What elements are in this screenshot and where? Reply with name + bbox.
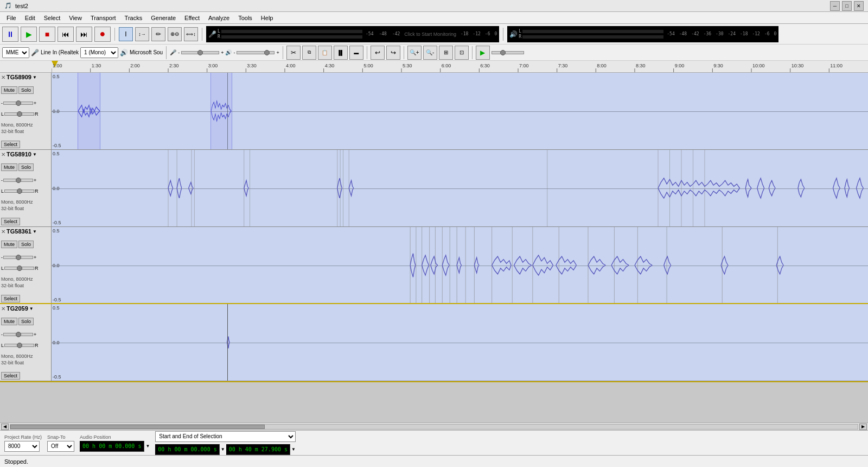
track-dropdown-tg58910[interactable]: ▼ — [33, 152, 37, 157]
select-tool-button[interactable]: I — [119, 27, 133, 41]
solo-button-tg58910[interactable]: Solo — [18, 163, 34, 171]
input-vu-meter-r — [221, 35, 362, 39]
project-rate-select[interactable]: 8000 — [4, 441, 40, 452]
selection-end-dropdown-arrow[interactable]: ▼ — [291, 447, 296, 452]
mute-button-tg58361[interactable]: Mute — [1, 241, 17, 248]
multitool-button[interactable]: ⟺↕ — [184, 27, 198, 41]
pan-slider-tg58909[interactable] — [4, 112, 34, 116]
zoom-in-button[interactable]: 🔍+ — [407, 46, 422, 60]
monitoring-label[interactable]: Click to Start Monitoring — [401, 31, 459, 37]
menu-edit[interactable]: Edit — [21, 14, 40, 22]
audio-position-value: 00 h 00 m 00.000 s — [82, 443, 141, 449]
track-dropdown-tg58909[interactable]: ▼ — [33, 75, 37, 80]
output-vol-slider[interactable] — [237, 51, 275, 54]
waveform-svg-tg58909-1 — [78, 73, 100, 149]
mute-button-tg58909[interactable]: Mute — [1, 86, 17, 94]
audio-clip-tg58909-2[interactable] — [210, 73, 232, 149]
minimize-button[interactable]: ─ — [830, 1, 840, 11]
out-lr-label-r: R — [519, 34, 522, 39]
host-dropdown[interactable]: MME — [2, 47, 29, 58]
next-button[interactable]: ⏭ — [76, 27, 92, 42]
record-button[interactable]: ● — [94, 27, 111, 42]
redo-button[interactable]: ↪ — [386, 46, 400, 60]
cut-button[interactable]: ✂ — [286, 46, 301, 60]
menu-tools[interactable]: Tools — [234, 14, 257, 22]
pause-button[interactable]: ⏸ — [2, 27, 18, 42]
pan-control-tg58910: L R — [1, 188, 50, 194]
copy-button[interactable]: ⧉ — [302, 46, 316, 60]
zoom-out-button[interactable]: 🔍- — [423, 46, 437, 60]
select-button-tg58910[interactable]: Select — [1, 218, 20, 225]
y-label-bot-tg58909: -0.5 — [53, 143, 61, 148]
gain-slider-tg58909[interactable] — [3, 102, 33, 105]
menu-tracks[interactable]: Tracks — [120, 14, 147, 22]
selection-type-dropdown[interactable]: Start and End of Selection Start and Len… — [155, 431, 296, 442]
pan-slider-tg58361[interactable] — [4, 267, 34, 270]
menu-analyze[interactable]: Analyze — [204, 14, 234, 22]
gain-slider-tg58910[interactable] — [3, 179, 33, 182]
input-channels-dropdown[interactable]: 1 (Mono) — [80, 47, 118, 58]
trim-audio-button[interactable]: ▐▌ — [334, 46, 348, 60]
select-button-tg2059[interactable]: Select — [1, 372, 20, 380]
solo-button-tg58361[interactable]: Solo — [18, 241, 34, 248]
solo-button-tg58909[interactable]: Solo — [18, 86, 34, 94]
track-close-tg58909[interactable]: ✕ — [1, 74, 5, 80]
mute-button-tg2059[interactable]: Mute — [1, 318, 17, 325]
menu-effect[interactable]: Effect — [180, 14, 204, 22]
menu-file[interactable]: File — [2, 14, 21, 22]
input-gain-slider[interactable] — [181, 51, 219, 54]
menu-transport[interactable]: Transport — [86, 14, 120, 22]
menu-view[interactable]: View — [65, 14, 86, 22]
horizontal-scrollbar[interactable]: ◀ ▶ — [0, 422, 868, 430]
gain-control-tg58361: - + — [1, 255, 50, 260]
track-dropdown-tg2059[interactable]: ▼ — [29, 306, 34, 311]
track-close-tg58361[interactable]: ✕ — [1, 229, 5, 235]
zoom-full-button[interactable]: ⊡ — [455, 46, 469, 60]
gain-slider-tg2059[interactable] — [3, 333, 33, 336]
select-button-tg58909[interactable]: Select — [1, 141, 20, 148]
track-waveform-tg2059[interactable]: 0.5 0.0 -0.5 — [52, 304, 868, 381]
menu-generate[interactable]: Generate — [146, 14, 180, 22]
svg-text:2:00: 2:00 — [130, 63, 140, 68]
menu-select[interactable]: Select — [40, 14, 65, 22]
scrollbar-thumb[interactable] — [10, 425, 265, 429]
stop-button[interactable]: ■ — [39, 27, 55, 42]
maximize-button[interactable]: □ — [842, 1, 852, 11]
play-button[interactable]: ▶ — [21, 27, 37, 42]
paste-button[interactable]: 📋 — [318, 46, 332, 60]
track-waveform-tg58361[interactable]: 0.5 0.0 -0.5 — [52, 227, 868, 304]
menu-help[interactable]: Help — [257, 14, 278, 22]
audio-clip-tg58909-1[interactable] — [78, 73, 100, 149]
scrollbar-track[interactable] — [10, 424, 858, 430]
zoom-tool-button[interactable]: ⊕⊖ — [168, 27, 182, 41]
silence-audio-button[interactable]: ▬ — [349, 46, 363, 60]
selection-start-dropdown-arrow[interactable]: ▼ — [221, 447, 225, 452]
snap-to-label: Snap-To — [47, 434, 74, 440]
track-waveform-tg58910[interactable]: 0.5 0.0 -0.5 — [52, 150, 868, 226]
play-at-speed-button[interactable]: ▶ — [476, 46, 490, 60]
track-close-tg58910[interactable]: ✕ — [1, 152, 5, 157]
undo-button[interactable]: ↩ — [371, 46, 385, 60]
zoom-fit-button[interactable]: ⊞ — [439, 46, 453, 60]
snap-to-select[interactable]: Off Bar Beat — [47, 441, 74, 452]
track-close-tg2059[interactable]: ✕ — [1, 306, 5, 312]
track-dropdown-tg58361[interactable]: ▼ — [33, 229, 37, 234]
solo-button-tg2059[interactable]: Solo — [18, 318, 34, 325]
scroll-right-button[interactable]: ▶ — [859, 424, 867, 430]
pan-slider-tg2059[interactable] — [4, 344, 34, 347]
svg-text:9:00: 9:00 — [675, 63, 685, 68]
track-waveform-tg58909[interactable]: 0.5 0.0 -0.5 — [52, 73, 868, 149]
track-info-tg2059: Mono, 8000Hz 32-bit float — [1, 354, 50, 366]
select-button-tg58361[interactable]: Select — [1, 295, 20, 302]
audio-position-dropdown-arrow[interactable]: ▼ — [145, 444, 150, 449]
scroll-left-button[interactable]: ◀ — [1, 424, 9, 430]
prev-button[interactable]: ⏮ — [58, 27, 74, 42]
envelope-tool-button[interactable]: ↕→ — [135, 27, 149, 41]
pan-slider-tg58910[interactable] — [4, 190, 34, 193]
draw-tool-button[interactable]: ✏ — [151, 27, 165, 41]
gain-slider-tg58361[interactable] — [3, 256, 33, 259]
playback-speed-slider[interactable] — [492, 51, 524, 54]
close-button[interactable]: ✕ — [854, 1, 864, 11]
mute-button-tg58910[interactable]: Mute — [1, 163, 17, 171]
svg-text:7:00: 7:00 — [519, 63, 529, 68]
